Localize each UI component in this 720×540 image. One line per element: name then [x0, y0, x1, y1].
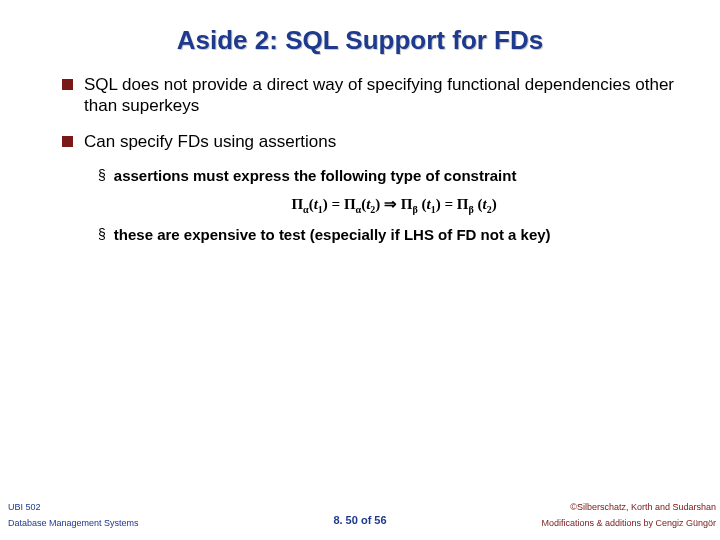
eq-symbol: = — [328, 196, 344, 212]
pi-symbol: Π — [457, 196, 469, 212]
implies-symbol: ⇒ — [380, 196, 401, 212]
pi-symbol: Π — [291, 196, 303, 212]
footer-modifications: Modifications & additions by Cengiz Güng… — [541, 518, 716, 528]
pi-symbol: Π — [401, 196, 413, 212]
eq-symbol: = — [441, 196, 457, 212]
sub-bullet-text: these are expensive to test (especially … — [114, 225, 551, 245]
section-mark-icon: § — [98, 166, 106, 184]
bullet-text: SQL does not provide a direct way of spe… — [84, 74, 690, 117]
bullet-text: Can specify FDs using assertions — [84, 131, 336, 152]
footer-course-code: UBI 502 — [8, 502, 41, 512]
sub-bullet-text: assertions must express the following ty… — [114, 166, 517, 186]
square-bullet-icon — [62, 79, 73, 90]
bullet-item: Can specify FDs using assertions — [62, 131, 690, 152]
pi-symbol: Π — [344, 196, 356, 212]
section-mark-icon: § — [98, 225, 106, 243]
slide-footer: UBI 502 Database Management Systems 8. 5… — [0, 490, 720, 540]
sub-bullet-item: § assertions must express the following … — [98, 166, 690, 186]
slide-content: SQL does not provide a direct way of spe… — [0, 74, 720, 245]
footer-copyright: ©Silberschatz, Korth and Sudarshan — [570, 502, 716, 512]
formula-constraint: Πα(t1) = Πα(t2) ⇒ Πβ (t1) = Πβ (t2) — [98, 195, 690, 215]
slide-title: Aside 2: SQL Support for FDs — [0, 0, 720, 74]
sub-bullet-list: § assertions must express the following … — [62, 166, 690, 245]
sub-bullet-item: § these are expensive to test (especiall… — [98, 225, 690, 245]
square-bullet-icon — [62, 136, 73, 147]
bullet-item: SQL does not provide a direct way of spe… — [62, 74, 690, 117]
